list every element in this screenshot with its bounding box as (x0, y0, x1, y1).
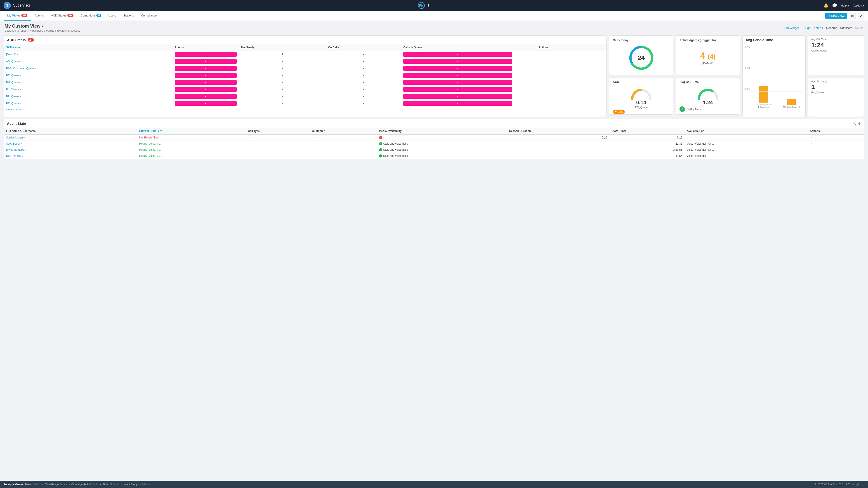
avg-call-gauge-svg (697, 86, 719, 101)
avatar[interactable]: S (4, 2, 11, 9)
app-title: Supervisor (13, 3, 30, 7)
agents-copy-sublabel: EW_Queue (811, 91, 861, 94)
row-action-dot[interactable]: ⋮ (539, 88, 541, 91)
tab-stations[interactable]: Stations (120, 11, 137, 21)
status-dot-green: ✓ (379, 142, 382, 145)
col-reason-duration[interactable]: Reason Duration (507, 128, 610, 134)
agent-link[interactable]: Nick Terlecki (6, 154, 21, 158)
dash-line (704, 109, 711, 109)
row-action-dot[interactable]: ⋮ (539, 60, 541, 63)
add-widget-link[interactable]: Add Widget (783, 26, 799, 30)
agent-state-badge: Not Ready (Bre... (139, 136, 160, 139)
col-state-timer[interactable]: State Timer (610, 128, 685, 134)
layout-options-button[interactable]: ⊞ (849, 13, 856, 19)
col-available-for[interactable]: Available For (684, 128, 808, 134)
table-row: BH_Queue ▾ - - - - ⋮ (4, 79, 607, 86)
skill-link[interactable]: BP_Queue (6, 95, 20, 98)
campaigns-badge: 67 (96, 14, 101, 17)
rename-link[interactable]: Rename (826, 26, 837, 30)
bar-2 (786, 99, 796, 105)
bar-group-1: A_Great_Inbound_Experience (752, 86, 775, 108)
bar-1-label: A_Great_Inbound_Experience (756, 103, 771, 108)
avg-handle-title: Avg Handle Time (746, 38, 773, 42)
row-action-dot[interactable]: ⋮ (539, 74, 541, 77)
tab-agents[interactable]: Agents (31, 11, 47, 21)
skill-link[interactable]: BH_Queue (6, 81, 20, 84)
fullscreen-button[interactable]: ⤢ (858, 13, 864, 19)
acd-status-table-container[interactable]: Skill Name ↓ Agents Not Ready On Calls C… (4, 44, 607, 110)
y-axis: 0:15 0:10 0:05 (745, 46, 750, 115)
agent-link[interactable]: Scott Bailey (6, 142, 20, 145)
row-action-dot[interactable]: ⋮ (539, 53, 541, 56)
acd-status-header: ACD Status 99+ (4, 36, 607, 44)
acd-badge: ▼ 23% (613, 110, 625, 113)
small-avg-call-value: 1:24 (811, 41, 861, 49)
agent-link[interactable]: Oakley Martin (6, 136, 23, 139)
calls-today-value: 24 (638, 54, 645, 61)
sort-arrow-icon: ↓ (21, 46, 22, 49)
status-dot-red (379, 136, 382, 139)
new-view-button[interactable]: + New View (825, 13, 847, 19)
col-media-availability[interactable]: Media Availability (377, 128, 507, 134)
avg-call-time-small-widget: Avg Call Time 1:24 Oakley Martin (808, 35, 864, 75)
skill-link[interactable]: AD_Queue (6, 60, 20, 63)
row-action-dot[interactable]: ⋮ (539, 95, 541, 98)
agent-action-dot[interactable]: ⋮ (810, 142, 813, 145)
col-current-state[interactable]: Current State ▲▼ (137, 128, 246, 134)
tab-compliance[interactable]: Compliance (137, 11, 160, 21)
skill-link[interactable]: BE_Queue (6, 74, 20, 77)
chat-icon[interactable]: 💬 (832, 3, 837, 8)
tab-users[interactable]: Users (105, 11, 120, 21)
user-menu-button[interactable]: Oakley ▾ (853, 4, 864, 7)
tab-my-views[interactable]: My Views 99+ (4, 11, 31, 21)
tab-acd-status[interactable]: ACD Status 99+ (48, 11, 77, 21)
agent-link[interactable]: Myles Hornsby (6, 148, 24, 151)
col-customer[interactable]: Customer (310, 128, 377, 134)
logo: Five 9 (418, 2, 436, 9)
delete-link[interactable]: Delete (855, 26, 864, 30)
agent-state-table: Full Name & Username Current State ▲▼ Ca… (4, 128, 864, 159)
row-action-dot[interactable]: ⋮ (539, 81, 541, 84)
tab-campaigns[interactable]: Campaigns 67 (77, 11, 105, 21)
settings-icon[interactable]: ⚙ (858, 122, 861, 125)
row-action-dot[interactable]: ⋮ (539, 102, 541, 105)
agents-copy-title: Agents (Copy) (811, 80, 861, 83)
agent-action-dot[interactable]: ⋮ (810, 136, 813, 139)
skill-link[interactable]: [Default] (6, 53, 16, 56)
active-agents-label: [Default] (702, 62, 713, 65)
agent-state-table-container[interactable]: Full Name & Username Current State ▲▼ Ca… (4, 128, 864, 159)
agent-row: Oakley Martin ▾ Not Ready (Bre... - - - (4, 134, 864, 141)
main-content: ACD Status 99+ Skill Name ↓ Agents Not R… (0, 34, 868, 481)
row-action-dot[interactable]: ⋮ (539, 67, 541, 70)
col-not-ready[interactable]: Not Ready (239, 44, 326, 51)
col-skill-name[interactable]: Skill Name ↓ (4, 44, 173, 51)
skill-link[interactable]: BR_Queue (6, 102, 20, 105)
page-header-actions: Add Widget | Light Theme ▾ Rename Duplic… (783, 26, 864, 30)
avg-call-time-title: Avg Call Time (680, 80, 736, 84)
skill-link[interactable]: BBS_Customer_Queue (6, 67, 34, 70)
notification-icon[interactable]: 🔔 (824, 3, 829, 8)
acd-status-badge: 99+ (67, 14, 73, 17)
col-full-name[interactable]: Full Name & Username (4, 128, 137, 134)
col-on-calls[interactable]: On Calls (326, 44, 401, 51)
skill-link[interactable]: BL_Queue (6, 88, 19, 91)
title-caret-icon: ▾ (42, 24, 43, 28)
donut-chart: 24 (628, 44, 655, 71)
avg-handle-time-panel: Avg Handle Time 0:15 0:10 0:05 (742, 35, 806, 117)
help-button[interactable]: Help ▾ (841, 4, 849, 7)
row-action-dot[interactable]: ⋮ (539, 108, 541, 110)
tabs-container: My Views 99+ Agents ACD Status 99+ Campa… (4, 11, 160, 21)
duplicate-link[interactable]: Duplicate (840, 26, 852, 30)
agent-action-dot[interactable]: ⋮ (810, 148, 813, 151)
col-agent-actions: Actions (808, 128, 864, 134)
agent-state-badge: Ready (Voice, V... (139, 154, 161, 158)
col-call-type[interactable]: Call Type (246, 128, 310, 134)
agent-state-panel: Agent State 🔍 ⚙ Full Name & Username Cur… (4, 119, 864, 159)
search-icon[interactable]: 🔍 (852, 122, 856, 125)
col-agents[interactable]: Agents (173, 44, 239, 51)
col-calls-in-queue[interactable]: Calls in Queue (401, 44, 514, 51)
page-title[interactable]: My Custom View ▾ (4, 24, 80, 29)
skill-link[interactable]: Chat_Queue (6, 108, 22, 110)
agent-action-dot[interactable]: ⋮ (810, 154, 813, 158)
theme-button[interactable]: Light Theme ▾ (805, 26, 824, 30)
